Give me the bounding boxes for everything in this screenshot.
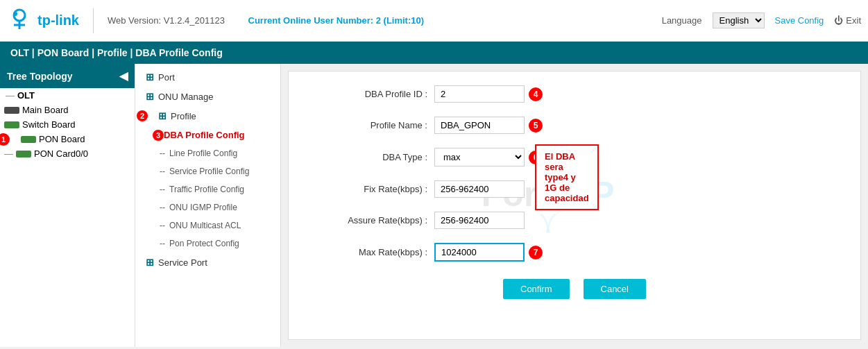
sidebar-item-olt[interactable]: — OLT (0, 88, 135, 103)
web-version: Web Version: V1.2.4_201123 (108, 15, 225, 26)
assure-rate-label: Assure Rate(kbps) : (309, 215, 434, 225)
plus-icon-profile: ⊞ (158, 110, 167, 121)
nav-item-dba-profile-config[interactable]: 3 DBA Profile Config (135, 126, 280, 144)
nav-item-line-profile[interactable]: -- Line Profile Config (135, 144, 280, 162)
nav-line-dash: -- (160, 148, 165, 158)
header: tp-link Web Version: V1.2.4_201123 Curre… (0, 0, 868, 42)
nav-item-igmp-profile[interactable]: -- ONU IGMP Profile (135, 198, 280, 216)
dba-config-badge: 3 (153, 130, 164, 141)
button-row: Confirm Cancel (309, 279, 840, 299)
logo-text: tp-link (37, 12, 79, 28)
nav-item-traffic-profile[interactable]: -- Traffic Profile Config (135, 180, 280, 198)
plus-icon-port: ⊞ (146, 71, 154, 83)
dba-profile-id-label: DBA Profile ID : (309, 89, 434, 99)
fix-rate-control (434, 180, 525, 198)
assure-rate-input[interactable] (434, 212, 525, 229)
board-icon (4, 107, 19, 114)
nav-pon-protect-dash: -- (160, 239, 165, 248)
profile-name-input[interactable] (434, 117, 525, 134)
nav-onu-manage-label: ONU Manage (158, 92, 213, 102)
nav-pon-protect-label: Pon Protect Config (169, 239, 239, 248)
nav-line-label: Line Profile Config (169, 148, 237, 158)
assure-rate-control (434, 212, 525, 229)
sidebar-title-text: Tree Topology (7, 71, 73, 82)
dba-type-row: DBA Type : max type1 type2 type3 type4 6… (309, 148, 840, 167)
dba-type-select[interactable]: max type1 type2 type3 type4 (434, 148, 525, 167)
logo-area: tp-link (7, 8, 94, 33)
dba-profile-id-control: 4 (434, 85, 543, 103)
dba-profile-id-row: DBA Profile ID : 4 (309, 85, 840, 103)
fix-rate-input[interactable] (434, 180, 525, 198)
exit-button[interactable]: ⏻ Exit (834, 15, 861, 26)
collapse-arrow-icon[interactable]: ◀ (119, 69, 128, 83)
language-select[interactable]: English (713, 12, 765, 28)
svg-point-4 (546, 230, 550, 234)
left-nav: ⊞ Port ⊞ ONU Manage 2 ⊞ Profile 3 DBA Pr… (135, 64, 281, 347)
max-rate-input[interactable] (434, 243, 525, 262)
nav-igmp-dash: -- (160, 203, 165, 212)
sidebar-item-main-board[interactable]: Main Board (0, 103, 135, 117)
sidebar-item-pon-board[interactable]: 1 PON Board (0, 132, 135, 146)
save-config-link[interactable]: Save Config (775, 15, 824, 26)
nav-item-onu-manage[interactable]: ⊞ ONU Manage (135, 87, 280, 106)
power-icon: ⏻ (834, 15, 843, 26)
nav-item-multicast-acl[interactable]: -- ONU Multicast ACL (135, 216, 280, 235)
switch-board-label: Switch Board (22, 119, 76, 130)
nav-multicast-dash: -- (160, 221, 165, 230)
sidebar-item-pon-card[interactable]: — PON Card0/0 (0, 146, 135, 161)
profile-name-badge: 5 (529, 119, 543, 133)
pon-board-label: PON Board (39, 134, 85, 144)
nav-service-port-label: Service Port (158, 257, 207, 268)
pon-board-badge: 1 (0, 133, 10, 146)
tooltip-text: El DBA sera type4 y 1G de capacidad (545, 151, 589, 203)
dba-profile-id-input[interactable] (434, 85, 525, 103)
fix-rate-label: Fix Rate(kbps) : (309, 184, 434, 194)
nav-multicast-label: ONU Multicast ACL (169, 221, 241, 230)
nav-traffic-dash: -- (160, 185, 165, 194)
tooltip-box: El DBA sera type4 y 1G de capacidad (535, 144, 599, 210)
nav-item-service-profile[interactable]: -- Service Profile Config (135, 162, 280, 180)
form-panel: ForoISP DBA Profile ID : (288, 71, 861, 340)
nav-item-profile[interactable]: 2 ⊞ Profile (135, 106, 280, 126)
nav-item-pon-protect[interactable]: -- Pon Protect Config (135, 235, 280, 253)
svg-point-3 (13, 12, 17, 16)
main-layout: Tree Topology ◀ — OLT Main Board Switch … (0, 64, 868, 347)
nav-item-port[interactable]: ⊞ Port (135, 67, 280, 87)
tp-link-logo-icon (7, 8, 32, 33)
profile-badge: 2 (137, 110, 148, 121)
max-rate-row: Max Rate(kbps) : 7 (309, 243, 840, 262)
profile-name-row: Profile Name : 5 (309, 117, 840, 134)
cancel-button[interactable]: Cancel (584, 279, 646, 299)
max-rate-control: 7 (434, 243, 543, 262)
pon-card-label: PON Card0/0 (34, 148, 88, 159)
sidebar: Tree Topology ◀ — OLT Main Board Switch … (0, 64, 135, 347)
profile-name-label: Profile Name : (309, 120, 434, 130)
header-right: Language English Save Config ⏻ Exit (662, 12, 861, 28)
dba-type-label: DBA Type : (309, 152, 434, 162)
pon-board-icon2 (21, 136, 36, 143)
plus-icon-onu-manage: ⊞ (146, 91, 154, 102)
nav-service-label: Service Profile Config (169, 167, 249, 176)
nav-igmp-label: ONU IGMP Profile (169, 203, 237, 212)
nav-dba-label: DBA Profile Config (164, 130, 245, 140)
online-user: Current Online User Number: 2 (Limit:10) (248, 15, 425, 26)
pon-card-icon (16, 151, 31, 158)
max-rate-badge: 7 (529, 246, 543, 259)
nav-traffic-label: Traffic Profile Config (169, 185, 244, 194)
header-info: Web Version: V1.2.4_201123 Current Onlin… (108, 15, 445, 26)
pon-card-dash: — (4, 148, 13, 159)
nav-item-service-port[interactable]: ⊞ Service Port (135, 253, 280, 272)
olt-label: OLT (17, 90, 35, 101)
breadcrumb-path: OLT | PON Board | Profile | DBA Profile … (10, 47, 223, 58)
sidebar-title: Tree Topology ◀ (0, 64, 135, 88)
assure-rate-row: Assure Rate(kbps) : (309, 212, 840, 229)
nav-port-label: Port (158, 72, 175, 83)
dba-id-badge: 4 (529, 87, 543, 101)
language-label: Language (662, 15, 702, 26)
content-area: ⊞ Port ⊞ ONU Manage 2 ⊞ Profile 3 DBA Pr… (135, 64, 868, 347)
sidebar-item-switch-board[interactable]: Switch Board (0, 117, 135, 132)
dash-icon: — (6, 90, 15, 101)
max-rate-label: Max Rate(kbps) : (309, 247, 434, 257)
confirm-button[interactable]: Confirm (503, 279, 570, 299)
plus-icon-service-port: ⊞ (146, 257, 154, 268)
